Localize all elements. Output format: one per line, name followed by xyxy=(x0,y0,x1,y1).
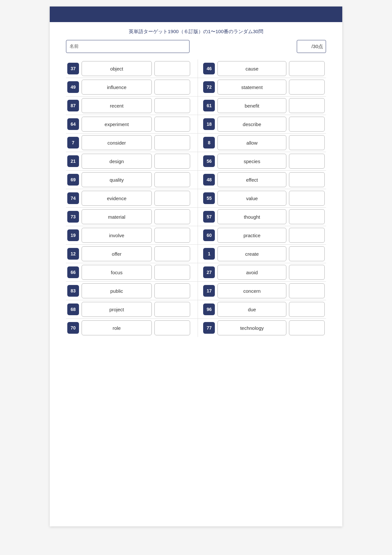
word-box-right: effect xyxy=(217,172,286,187)
word-box-right: concern xyxy=(217,283,286,298)
answer-box-left[interactable] xyxy=(154,172,190,187)
answer-box-left[interactable] xyxy=(154,135,190,150)
word-box-left: role xyxy=(82,320,152,335)
name-input-box[interactable]: 名前 xyxy=(66,40,189,53)
answer-box-left[interactable] xyxy=(154,98,190,113)
word-box-right: value xyxy=(217,191,286,206)
num-badge-right: 27 xyxy=(203,266,215,278)
num-badge-left: 49 xyxy=(67,81,79,93)
answer-box-right[interactable] xyxy=(289,320,325,335)
word-box-right: benefit xyxy=(217,98,286,113)
word-box-right: create xyxy=(217,246,286,261)
word-box-left: focus xyxy=(82,265,152,280)
word-box-right: technology xyxy=(217,320,286,335)
vocab-grid-wrapper: 37 object 46 cause 49 influence 72 xyxy=(66,59,326,337)
num-badge-left: 69 xyxy=(67,174,79,186)
answer-box-right[interactable] xyxy=(289,228,325,243)
answer-box-right[interactable] xyxy=(289,283,325,298)
num-badge-left: 73 xyxy=(67,211,79,223)
word-box-left: object xyxy=(82,61,152,76)
word-box-right: due xyxy=(217,302,286,317)
word-box-left: evidence xyxy=(82,191,152,206)
word-box-right: allow xyxy=(217,135,286,150)
word-box-left: influence xyxy=(82,80,152,95)
answer-box-right[interactable] xyxy=(289,302,325,317)
answer-box-right[interactable] xyxy=(289,61,325,76)
score-box: /30点 xyxy=(297,40,326,53)
word-box-right: describe xyxy=(217,117,286,132)
answer-box-right[interactable] xyxy=(289,98,325,113)
num-badge-right: 18 xyxy=(203,118,215,130)
num-badge-right: 1 xyxy=(203,248,215,260)
answer-box-left[interactable] xyxy=(154,320,190,335)
answer-box-left[interactable] xyxy=(154,191,190,206)
answer-box-right[interactable] xyxy=(289,265,325,280)
answer-box-right[interactable] xyxy=(289,154,325,169)
word-box-left: consider xyxy=(82,135,152,150)
num-badge-right: 61 xyxy=(203,100,215,111)
num-badge-right: 72 xyxy=(203,81,215,93)
header-bar xyxy=(50,6,342,22)
word-box-left: experiment xyxy=(82,117,152,132)
answer-box-left[interactable] xyxy=(154,209,190,224)
num-badge-right: 96 xyxy=(203,303,215,315)
answer-box-left[interactable] xyxy=(154,302,190,317)
word-box-right: thought xyxy=(217,209,286,224)
score-label: /30点 xyxy=(311,44,323,50)
num-badge-left: 19 xyxy=(67,229,79,241)
word-box-right: species xyxy=(217,154,286,169)
word-box-right: avoid xyxy=(217,265,286,280)
word-box-left: design xyxy=(82,154,152,169)
num-badge-left: 21 xyxy=(67,155,79,167)
word-box-left: offer xyxy=(82,246,152,261)
word-box-right: cause xyxy=(217,61,286,76)
answer-box-left[interactable] xyxy=(154,228,190,243)
answer-box-right[interactable] xyxy=(289,191,325,206)
subtitle: 英単語ターゲット1900（６訂版）の1〜100番のランダム30問 xyxy=(50,29,342,35)
word-box-left: recent xyxy=(82,98,152,113)
answer-box-left[interactable] xyxy=(154,154,190,169)
word-box-left: project xyxy=(82,302,152,317)
num-badge-left: 66 xyxy=(67,266,79,278)
word-box-left: quality xyxy=(82,172,152,187)
name-label: 名前 xyxy=(70,44,79,49)
num-badge-left: 64 xyxy=(67,118,79,130)
word-box-left: involve xyxy=(82,228,152,243)
num-badge-right: 48 xyxy=(203,174,215,186)
num-badge-left: 7 xyxy=(67,137,79,148)
num-badge-left: 12 xyxy=(67,248,79,260)
num-badge-right: 17 xyxy=(203,285,215,297)
num-badge-left: 68 xyxy=(67,303,79,315)
num-badge-left: 87 xyxy=(67,100,79,111)
answer-box-right[interactable] xyxy=(289,172,325,187)
word-box-right: practice xyxy=(217,228,286,243)
answer-box-right[interactable] xyxy=(289,135,325,150)
word-box-left: material xyxy=(82,209,152,224)
answer-box-right[interactable] xyxy=(289,246,325,261)
num-badge-left: 37 xyxy=(67,63,79,74)
num-badge-right: 60 xyxy=(203,229,215,241)
word-box-right: statement xyxy=(217,80,286,95)
page: 英単語ターゲット1900（６訂版）の1〜100番のランダム30問 名前 /30点… xyxy=(50,6,342,526)
name-score-row: 名前 /30点 xyxy=(66,40,326,53)
num-badge-left: 70 xyxy=(67,322,79,334)
num-badge-left: 74 xyxy=(67,192,79,204)
answer-box-left[interactable] xyxy=(154,117,190,132)
answer-box-right[interactable] xyxy=(289,80,325,95)
answer-box-left[interactable] xyxy=(154,61,190,76)
num-badge-right: 56 xyxy=(203,155,215,167)
num-badge-right: 46 xyxy=(203,63,215,74)
answer-box-left[interactable] xyxy=(154,80,190,95)
vocab-table: 37 object 46 cause 49 influence 72 xyxy=(66,59,326,337)
num-badge-left: 83 xyxy=(67,285,79,297)
num-badge-right: 77 xyxy=(203,322,215,334)
answer-box-left[interactable] xyxy=(154,246,190,261)
answer-box-left[interactable] xyxy=(154,283,190,298)
answer-box-right[interactable] xyxy=(289,117,325,132)
num-badge-right: 8 xyxy=(203,137,215,148)
answer-box-left[interactable] xyxy=(154,265,190,280)
word-box-left: public xyxy=(82,283,152,298)
answer-box-right[interactable] xyxy=(289,209,325,224)
num-badge-right: 55 xyxy=(203,192,215,204)
num-badge-right: 57 xyxy=(203,211,215,223)
